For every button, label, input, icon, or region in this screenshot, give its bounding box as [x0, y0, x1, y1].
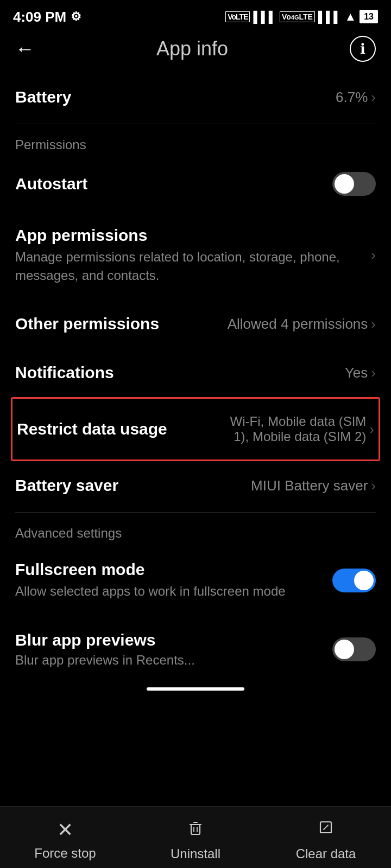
other-permissions-label: Other permissions: [15, 315, 221, 333]
fullscreen-mode-label: Fullscreen mode: [15, 560, 332, 579]
blur-app-previews-row[interactable]: Blur app previews Blur app previews in R…: [15, 616, 376, 683]
autostart-row[interactable]: Autostart: [15, 157, 376, 211]
battery-saver-row[interactable]: Battery saver MIUI Battery saver ›: [15, 461, 376, 510]
battery-chevron: ›: [371, 89, 376, 106]
svg-rect-0: [191, 825, 200, 834]
battery-row[interactable]: Battery 6.7% ›: [15, 73, 376, 122]
notifications-row[interactable]: Notifications Yes ›: [15, 348, 376, 397]
page-title: App info: [156, 37, 228, 60]
uninstall-label: Uninstall: [171, 846, 220, 861]
force-stop-icon: ✕: [57, 819, 73, 841]
restrict-data-label: Restrict data usage: [17, 420, 205, 438]
info-icon: ℹ: [360, 41, 365, 58]
blur-toggle-knob: [335, 640, 354, 659]
battery-level: 13: [360, 10, 378, 23]
force-stop-button[interactable]: ✕ Force stop: [22, 819, 109, 861]
main-content: Battery 6.7% › Permissions Autostart App…: [0, 73, 391, 683]
notifications-label: Notifications: [15, 363, 338, 382]
restrict-data-usage-row[interactable]: Restrict data usage Wi-Fi, Mobile data (…: [11, 397, 380, 461]
app-permissions-subtitle: Manage permissions related to location, …: [15, 248, 364, 284]
battery-label: Battery: [15, 88, 329, 106]
signal2-icon: ▌▌▌: [318, 11, 342, 23]
bottom-action-bar: ✕ Force stop Uninstall Clear data: [0, 806, 391, 868]
divider-1: [15, 124, 376, 124]
time-display: 4:09 PM: [13, 9, 66, 25]
fullscreen-toggle-knob: [354, 571, 374, 590]
status-bar: 4:09 PM ⚙ VoLTE ▌▌▌ Vo4GLTE ▌▌▌ ▲ 13: [0, 0, 391, 30]
battery-icon: 13: [360, 12, 378, 22]
clear-data-button[interactable]: Clear data: [282, 818, 369, 861]
clear-data-label: Clear data: [296, 846, 356, 861]
fullscreen-toggle[interactable]: [332, 569, 376, 592]
app-permissions-label: App permissions: [15, 226, 364, 245]
fullscreen-mode-row[interactable]: Fullscreen mode Allow selected apps to w…: [15, 545, 376, 616]
home-indicator: [147, 687, 244, 691]
settings-icon: ⚙: [71, 10, 81, 24]
app-permissions-chevron: ›: [371, 247, 376, 264]
clear-data-icon: [316, 818, 336, 842]
permissions-section-label: Permissions: [15, 126, 376, 157]
blur-app-label: Blur app previews: [15, 631, 332, 649]
force-stop-label: Force stop: [34, 846, 96, 861]
fullscreen-mode-subtitle: Allow selected apps to work in fullscree…: [15, 582, 332, 601]
back-button[interactable]: ←: [15, 37, 35, 60]
battery-saver-label: Battery saver: [15, 476, 244, 495]
other-permissions-value: Allowed 4 permissions ›: [228, 316, 376, 333]
battery-value: 6.7% ›: [336, 89, 376, 106]
autostart-toggle-knob: [335, 174, 354, 194]
wifi-icon: ▲: [344, 10, 356, 24]
uninstall-button[interactable]: Uninstall: [152, 818, 239, 861]
top-nav: ← App info ℹ: [0, 30, 391, 73]
autostart-toggle[interactable]: [332, 172, 376, 196]
signal1-icon: ▌▌▌: [253, 11, 276, 23]
volte1-icon: VoLTE: [225, 11, 250, 22]
uninstall-icon: [186, 818, 205, 842]
status-left: 4:09 PM ⚙: [13, 9, 81, 25]
blur-app-subtitle: Blur app previews in Recents...: [15, 653, 332, 668]
other-permissions-row[interactable]: Other permissions Allowed 4 permissions …: [15, 299, 376, 348]
autostart-label: Autostart: [15, 175, 332, 193]
volte2-icon: Vo4GLTE: [280, 11, 315, 22]
divider-2: [15, 512, 376, 513]
blur-toggle[interactable]: [332, 637, 376, 661]
notifications-value: Yes ›: [345, 365, 376, 381]
info-button[interactable]: ℹ: [350, 36, 376, 62]
battery-saver-value: MIUI Battery saver ›: [251, 477, 376, 494]
advanced-section-label: Advanced settings: [15, 515, 376, 545]
status-right: VoLTE ▌▌▌ Vo4GLTE ▌▌▌ ▲ 13: [225, 10, 378, 24]
app-permissions-row[interactable]: App permissions Manage permissions relat…: [15, 211, 376, 299]
svg-line-7: [324, 825, 328, 829]
restrict-data-value: Wi-Fi, Mobile data (SIM 1), Mobile data …: [211, 414, 374, 444]
